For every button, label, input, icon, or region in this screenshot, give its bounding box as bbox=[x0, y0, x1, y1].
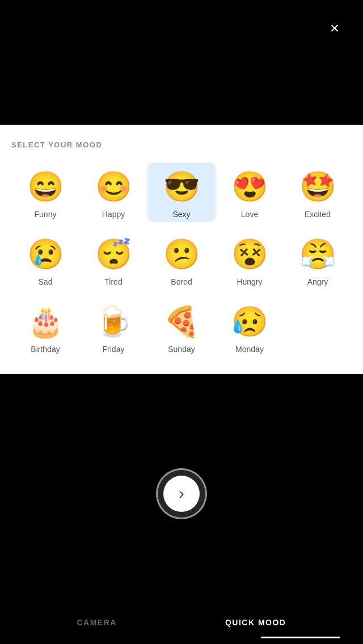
mood-emoji-tired: 😴 bbox=[93, 234, 134, 274]
mood-emoji-monday: 😥 bbox=[229, 301, 270, 342]
mood-item-bored[interactable]: 😕Bored bbox=[147, 230, 216, 290]
bottom-black-area: › CAMERA QUICK MOOD bbox=[0, 374, 363, 559]
mood-label-sad: Sad bbox=[39, 277, 53, 286]
mood-item-love[interactable]: 😍Love bbox=[216, 163, 284, 222]
mood-grid: 😄Funny😊Happy😎Sexy😍Love🤩Excited😢Sad😴Tired… bbox=[11, 163, 352, 357]
mood-emoji-excited: 🤩 bbox=[297, 166, 338, 207]
mood-emoji-love: 😍 bbox=[229, 166, 270, 207]
mood-item-hungry[interactable]: 😵Hungry bbox=[216, 230, 284, 290]
mood-item-tired[interactable]: 😴Tired bbox=[79, 230, 147, 290]
mood-item-excited[interactable]: 🤩Excited bbox=[284, 163, 352, 222]
mood-label-happy: Happy bbox=[102, 210, 125, 219]
mood-label-angry: Angry bbox=[307, 277, 328, 286]
mood-emoji-angry: 😤 bbox=[297, 234, 338, 274]
close-button[interactable]: × bbox=[323, 17, 346, 40]
mood-emoji-funny: 😄 bbox=[25, 166, 66, 207]
tab-camera[interactable]: CAMERA bbox=[77, 618, 116, 627]
mood-label-friday: Friday bbox=[103, 345, 125, 354]
mood-item-monday[interactable]: 😥Monday bbox=[216, 298, 284, 357]
mood-label-tired: Tired bbox=[104, 277, 122, 286]
mood-item-angry[interactable]: 😤Angry bbox=[284, 230, 352, 290]
arrow-right-icon: › bbox=[179, 486, 184, 502]
mood-item-sexy[interactable]: 😎Sexy bbox=[147, 163, 216, 222]
tab-active-underline bbox=[261, 637, 340, 638]
mood-label-hungry: Hungry bbox=[237, 277, 262, 286]
next-button[interactable]: › bbox=[156, 468, 207, 519]
mood-label-birthday: Birthday bbox=[31, 345, 60, 354]
mood-item-friday[interactable]: 🍺Friday bbox=[79, 298, 147, 357]
mood-emoji-bored: 😕 bbox=[161, 234, 202, 274]
mood-item-sad[interactable]: 😢Sad bbox=[11, 230, 79, 290]
mood-emoji-happy: 😊 bbox=[93, 166, 134, 207]
next-button-inner: › bbox=[163, 476, 200, 512]
mood-emoji-sexy: 😎 bbox=[161, 166, 202, 207]
mood-label-excited: Excited bbox=[305, 210, 331, 219]
mood-emoji-birthday: 🎂 bbox=[25, 301, 66, 342]
bottom-tabs: CAMERA QUICK MOOD bbox=[0, 618, 363, 627]
mood-item-funny[interactable]: 😄Funny bbox=[11, 163, 79, 222]
mood-item-birthday[interactable]: 🎂Birthday bbox=[11, 298, 79, 357]
mood-label-bored: Bored bbox=[171, 277, 192, 286]
mood-item-sunday[interactable]: 🍕Sunday bbox=[147, 298, 216, 357]
mood-label-love: Love bbox=[241, 210, 258, 219]
mood-label-sunday: Sunday bbox=[168, 345, 195, 354]
mood-label-funny: Funny bbox=[35, 210, 57, 219]
mood-emoji-sunday: 🍕 bbox=[161, 301, 202, 342]
mood-emoji-hungry: 😵 bbox=[229, 234, 270, 274]
top-black-area: × bbox=[0, 0, 363, 125]
section-title: SELECT YOUR MOOD bbox=[11, 141, 352, 149]
tab-quick-mood[interactable]: QUICK MOOD bbox=[225, 618, 286, 627]
mood-emoji-sad: 😢 bbox=[25, 234, 66, 274]
mood-label-sexy: Sexy bbox=[172, 210, 190, 219]
mood-label-monday: Monday bbox=[235, 345, 264, 354]
mood-panel: SELECT YOUR MOOD 😄Funny😊Happy😎Sexy😍Love🤩… bbox=[0, 125, 363, 374]
mood-item-happy[interactable]: 😊Happy bbox=[79, 163, 147, 222]
mood-emoji-friday: 🍺 bbox=[93, 301, 134, 342]
